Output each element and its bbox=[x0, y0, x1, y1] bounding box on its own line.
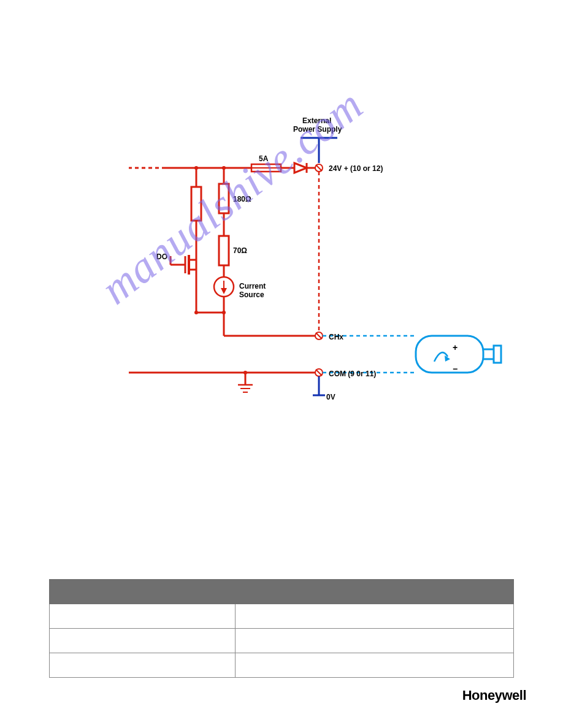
label-r1: 180Ω bbox=[233, 195, 251, 203]
table-cell bbox=[235, 653, 513, 678]
svg-line-39 bbox=[316, 333, 322, 339]
table-header-row bbox=[50, 580, 514, 604]
svg-rect-56 bbox=[494, 346, 501, 363]
svg-line-3 bbox=[316, 165, 322, 171]
svg-marker-24 bbox=[221, 288, 227, 294]
svg-rect-15 bbox=[191, 187, 201, 221]
table-row bbox=[50, 604, 514, 629]
label-fuse: 5A bbox=[259, 154, 268, 163]
table-row bbox=[50, 629, 514, 653]
svg-rect-20 bbox=[219, 236, 229, 265]
svg-rect-53 bbox=[416, 336, 483, 373]
label-0v: 0V bbox=[326, 393, 335, 401]
label-current-source-1: Current bbox=[239, 282, 266, 290]
table-header-1 bbox=[50, 580, 236, 604]
table-cell bbox=[50, 629, 236, 653]
label-com: COM (9 0r 11) bbox=[329, 370, 376, 378]
table-cell bbox=[235, 604, 513, 629]
table-cell bbox=[50, 604, 236, 629]
label-current-source-2: Source bbox=[239, 290, 264, 299]
svg-marker-5 bbox=[294, 163, 307, 173]
label-power-supply-2: Power Supply bbox=[293, 125, 342, 134]
svg-line-42 bbox=[316, 370, 322, 376]
svg-rect-18 bbox=[219, 184, 229, 213]
label-do: DO bbox=[156, 252, 167, 261]
circuit-diagram: External Power Supply 5A 24V + (10 or 12… bbox=[117, 116, 509, 429]
table-row bbox=[50, 653, 514, 678]
table-cell bbox=[235, 629, 513, 653]
label-r2: 70Ω bbox=[233, 246, 247, 255]
page: External Power Supply 5A 24V + (10 or 12… bbox=[0, 0, 563, 728]
table-cell bbox=[50, 653, 236, 678]
brand-logo: Honeywell bbox=[462, 688, 526, 703]
table-header-2 bbox=[235, 580, 513, 604]
label-load-minus: − bbox=[453, 364, 458, 374]
label-load-plus: + bbox=[453, 343, 458, 353]
circuit-svg bbox=[117, 116, 509, 429]
label-24v: 24V + (10 or 12) bbox=[329, 164, 383, 173]
label-chx: CHx bbox=[329, 333, 343, 341]
label-power-supply-1: External bbox=[302, 116, 331, 125]
spec-table bbox=[49, 579, 514, 678]
